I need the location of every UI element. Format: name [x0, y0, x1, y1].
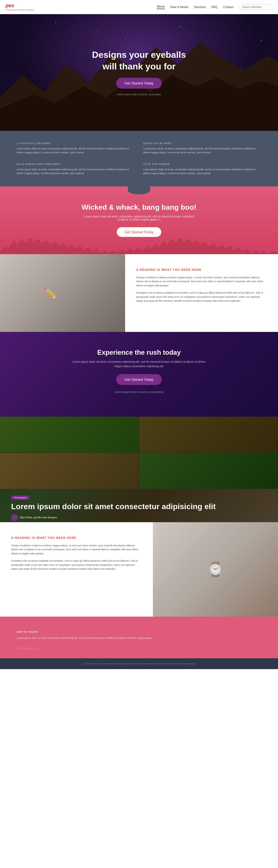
- footer-body: Lorem ipsum dolor sit amet, consectetur …: [17, 636, 261, 640]
- purple-rush-cta-button[interactable]: Get Started Today: [116, 374, 162, 385]
- author-avatar: [11, 514, 18, 521]
- nav-how-it-works[interactable]: How It Works: [170, 5, 189, 9]
- feature-body-2: Lorem ipsum dolor sit amet, consectetur …: [143, 147, 261, 154]
- watch-image: [153, 522, 278, 617]
- feature-item-1: A FANTASTIC HEADING Lorem ipsum dolor si…: [17, 142, 135, 154]
- bottom-bar-text: Lorem dolor sit amet, consectetur adipis…: [17, 662, 261, 665]
- pink-cta-title: Wicked & whack, bang bang boo!: [11, 203, 267, 212]
- bottom-bar: Lorem dolor sit amet, consectetur adipis…: [0, 658, 278, 669]
- hero-content: Designs your eyeballs will thank you for…: [81, 49, 197, 96]
- pink-cta-section: Wicked & whack, bang bang boo! Lorem ips…: [0, 186, 278, 254]
- purple-rush-body: Lorem ipsum dolor sit amet, consectetur …: [70, 360, 208, 369]
- split-para-1: Tempor incididunt ut labore et dolore ma…: [11, 544, 142, 556]
- content-image-section: A HEADING IS WHAT YOU NEED HERE Tempor i…: [0, 254, 278, 332]
- footer-email[interactable]: help@yoursite.com: [17, 647, 38, 649]
- feature-heading-3: BLAZ ROBAR FOR PRESIDENT: [17, 163, 135, 165]
- hero-section: Designs your eyeballs will thank you for…: [0, 14, 278, 131]
- content-para-2: Excepteur sint occaecat cupidatat non pr…: [136, 291, 267, 303]
- split-section: A HEADING IS WHAT YOU NEED HERE Tempor i…: [0, 522, 278, 617]
- search-input[interactable]: [239, 4, 273, 10]
- pink-cta-button[interactable]: Get Started Today: [116, 227, 162, 238]
- food-content: Photography Lorem ipsum dolor sit amet c…: [0, 416, 278, 522]
- hero-sub-text: Lorem ipsum dolor sit amet, consectetur: [92, 93, 186, 96]
- content-heading: A HEADING IS WHAT YOU NEED HERE: [136, 268, 267, 271]
- split-para-2: Excepteur sint occaecat cupidatat non pr…: [11, 559, 142, 571]
- writing-image: [0, 254, 125, 332]
- food-tag: Photography: [11, 496, 29, 500]
- features-section: A FANTASTIC HEADING Lorem ipsum dolor si…: [0, 131, 278, 186]
- split-heading: A HEADING IS WHAT YOU NEED HERE: [11, 536, 142, 539]
- features-grid: A FANTASTIC HEADING Lorem ipsum dolor si…: [17, 142, 261, 175]
- feature-item-3: BLAZ ROBAR FOR PRESIDENT Lorem ipsum dol…: [17, 163, 135, 175]
- purple-rush-title: Experience the rush today: [11, 349, 267, 356]
- feature-heading-1: A FANTASTIC HEADING: [17, 142, 135, 145]
- notch-decoration: [128, 186, 150, 194]
- feature-body-3: Lorem ipsum dolor sit amet, consectetur …: [17, 168, 135, 175]
- content-para-1: Tempor incididunt ut labore et dolore ma…: [136, 276, 267, 287]
- nav-links: About How It Works Services FAQ Contact: [157, 4, 273, 10]
- tree-silhouette: [0, 238, 278, 254]
- purple-rush-section: Experience the rush today Lorem ipsum do…: [0, 332, 278, 416]
- logo: pex Photoshop Website template: [5, 3, 34, 11]
- author-name: Blaz Robar, got like web designer: [20, 516, 57, 519]
- feature-item-2: GOOD DAY BLOKES Lorem ipsum dolor sit am…: [143, 142, 261, 154]
- nav-about[interactable]: About: [157, 5, 165, 9]
- purple-rush-sub: Lorem ipsum dolor sit amet, consectetur: [70, 390, 208, 395]
- navbar: pex Photoshop Website template About How…: [0, 0, 278, 14]
- hero-cta-button[interactable]: Get Started Today: [116, 78, 162, 89]
- feature-body-1: Lorem ipsum dolor sit amet, consectetur …: [17, 147, 135, 154]
- footer-heading: GET IN TOUCH: [17, 630, 261, 633]
- feature-body-4: Lorem ipsum dolor sit amet, consectetur …: [143, 168, 261, 175]
- food-author: Blaz Robar, got like web designer: [11, 514, 267, 521]
- footer: GET IN TOUCH Lorem ipsum dolor sit amet,…: [0, 617, 278, 658]
- feature-item-4: VOTE FOR ROBAR Lorem ipsum dolor sit ame…: [143, 163, 261, 175]
- food-title: Lorem ipsum dolor sit amet consectetur a…: [11, 502, 267, 512]
- nav-faq[interactable]: FAQ: [211, 5, 217, 9]
- food-section: Photography Lorem ipsum dolor sit amet c…: [0, 416, 278, 522]
- feature-heading-2: GOOD DAY BLOKES: [143, 142, 261, 145]
- nav-contact[interactable]: Contact: [223, 5, 233, 9]
- nav-services[interactable]: Services: [194, 5, 206, 9]
- hero-title: Designs your eyeballs will thank you for: [92, 49, 186, 72]
- feature-heading-4: VOTE FOR ROBAR: [143, 163, 261, 165]
- pink-cta-body: Lorem ipsum dolor sit amet, consectetur …: [83, 215, 195, 221]
- content-text: A HEADING IS WHAT YOU NEED HERE Tempor i…: [125, 254, 278, 332]
- split-text: A HEADING IS WHAT YOU NEED HERE Tempor i…: [0, 522, 153, 617]
